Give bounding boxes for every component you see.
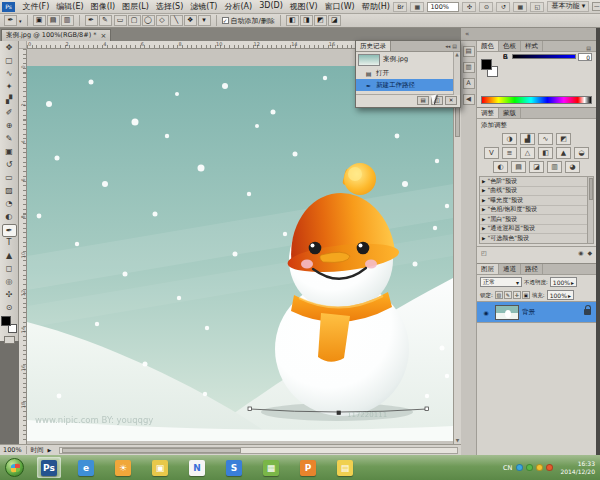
- foreground-color-swatch[interactable]: [1, 316, 11, 326]
- return-to-adjustment-list-icon[interactable]: ◰: [481, 249, 487, 256]
- layer-thumbnail[interactable]: [495, 305, 519, 320]
- menu-item[interactable]: 图层(L): [119, 1, 153, 12]
- collapsed-paragraph-panel-icon[interactable]: ◀: [463, 94, 475, 105]
- color-balance-adjustment[interactable]: △: [520, 147, 535, 159]
- snowman-image[interactable]: www.nipic.com BY: youqqgy 117220111: [27, 66, 453, 441]
- paths-button[interactable]: ▤: [47, 15, 60, 26]
- taskbar-sticky-notes-button[interactable]: ▤: [333, 457, 357, 478]
- rectangle-shape-button[interactable]: ▭: [114, 15, 127, 26]
- panel-tab[interactable]: 样式: [521, 41, 543, 51]
- taskbar-ie-button[interactable]: e: [74, 457, 98, 478]
- disclosure-triangle-icon[interactable]: ▶: [482, 179, 485, 184]
- panel-menu-icon[interactable]: ▤: [452, 43, 457, 49]
- menu-item[interactable]: 选择(S): [152, 1, 186, 12]
- color-swatches[interactable]: [1, 316, 17, 333]
- reset-adjustment-icon[interactable]: ◆: [587, 249, 592, 256]
- language-indicator[interactable]: CN: [503, 464, 512, 472]
- history-state-row[interactable]: ▤ 打开: [356, 67, 454, 79]
- scroll-down-icon[interactable]: ▼: [454, 438, 461, 443]
- marquee-tool[interactable]: ▢: [2, 55, 17, 68]
- collapse-panel-icon[interactable]: ◂◂: [445, 43, 450, 49]
- curves-adjustment[interactable]: ∿: [538, 133, 553, 145]
- history-state-row[interactable]: ✒ 新建工作路径: [356, 79, 454, 91]
- panel-tab[interactable]: 蒙版: [499, 108, 521, 118]
- channel-slider[interactable]: [512, 54, 576, 59]
- fill-pixels-button[interactable]: ▥: [61, 15, 74, 26]
- arrange-documents-button[interactable]: ▦: [513, 2, 527, 12]
- pen-tool-button[interactable]: ✒: [85, 15, 98, 26]
- path-selection-tool[interactable]: ▲: [2, 250, 17, 263]
- presets-scrollbar[interactable]: [587, 177, 593, 243]
- shape-options-caret[interactable]: ▾: [198, 15, 211, 26]
- path-exclude-button[interactable]: ◪: [328, 15, 341, 26]
- scroll-up-icon[interactable]: ▲: [455, 52, 458, 57]
- document-tab[interactable]: 案例.jpg @ 100%(RGB/8#) * ×: [1, 29, 111, 41]
- vibrance-adjustment[interactable]: V: [484, 147, 499, 159]
- gradient-map-adjustment[interactable]: ▥: [547, 161, 562, 173]
- history-brush-tool[interactable]: ↺: [2, 159, 17, 172]
- zoom-tool-button[interactable]: ⊙: [479, 2, 493, 12]
- panel-menu-icon[interactable]: ▤: [586, 43, 594, 51]
- collapsed-panel-info-icon[interactable]: ▥: [463, 62, 475, 73]
- dodge-tool[interactable]: ◐: [2, 211, 17, 224]
- path-subtract-button[interactable]: ◨: [300, 15, 313, 26]
- polygon-shape-button[interactable]: ◇: [156, 15, 169, 26]
- rotate-view-button[interactable]: ↺: [496, 2, 510, 12]
- hand-tool-button[interactable]: ✣: [462, 2, 476, 12]
- start-button[interactable]: [5, 458, 24, 477]
- color-spectrum-ramp[interactable]: [481, 96, 592, 104]
- channel-mixer-adjustment[interactable]: ◒: [574, 147, 589, 159]
- scrollbar-thumb[interactable]: [589, 178, 593, 200]
- brightness-contrast-adjustment[interactable]: ◑: [502, 133, 517, 145]
- panel-tab[interactable]: 通道: [499, 264, 521, 274]
- layer-row[interactable]: ◉ 背景: [477, 302, 596, 322]
- taskbar-sogou-button[interactable]: S: [222, 457, 246, 478]
- menu-item[interactable]: 编辑(E): [53, 1, 87, 12]
- panel-tab[interactable]: 色板: [499, 41, 521, 51]
- disclosure-triangle-icon[interactable]: ▶: [482, 236, 485, 241]
- menu-item[interactable]: 3D(D): [256, 1, 287, 12]
- collapsed-panel-navigator-icon[interactable]: ▤: [463, 46, 475, 57]
- clone-stamp-tool[interactable]: ▣: [2, 146, 17, 159]
- menu-item[interactable]: 图像(I): [87, 1, 119, 12]
- menu-item[interactable]: 视图(V): [286, 1, 321, 12]
- preset-row[interactable]: ▶ "可选颜色"预设: [480, 234, 590, 244]
- blur-tool[interactable]: ◔: [2, 198, 17, 211]
- eyedropper-tool[interactable]: ✐: [2, 107, 17, 120]
- horizontal-scrollbar[interactable]: [59, 447, 458, 454]
- lock-position-icon[interactable]: ✛: [513, 291, 521, 299]
- menu-item[interactable]: 窗口(W): [321, 1, 358, 12]
- menu-item[interactable]: 分析(A): [221, 1, 256, 12]
- brush-tool[interactable]: ✎: [2, 133, 17, 146]
- status-info-label[interactable]: 时间: [31, 446, 44, 455]
- vertical-scrollbar[interactable]: ▲ ▼: [453, 49, 461, 444]
- disclosure-triangle-icon[interactable]: ▶: [482, 198, 485, 203]
- quick-mask-button[interactable]: [4, 336, 15, 344]
- preset-row[interactable]: ▶ "曝光度"预设: [480, 196, 590, 206]
- crop-tool[interactable]: ▞: [2, 94, 17, 107]
- taskbar-folder-button[interactable]: ▣: [148, 457, 172, 478]
- delete-state-button[interactable]: ✕: [445, 96, 457, 105]
- blend-mode-select[interactable]: 正常 ▾: [480, 277, 522, 287]
- disclosure-triangle-icon[interactable]: ▶: [482, 226, 485, 231]
- status-zoom-value[interactable]: 100%: [3, 446, 22, 454]
- lock-all-icon[interactable]: ▣: [522, 291, 530, 299]
- fill-value[interactable]: 100% ▸: [547, 290, 574, 300]
- gradient-tool[interactable]: ▨: [2, 185, 17, 198]
- photo-filter-adjustment[interactable]: ▲: [556, 147, 571, 159]
- pen-tool[interactable]: ✒: [2, 224, 17, 237]
- vertical-ruler[interactable]: 024681012141618: [19, 49, 27, 444]
- preset-row[interactable]: ▶ "曲线"预设: [480, 187, 590, 197]
- lock-pixels-icon[interactable]: ✎: [504, 291, 512, 299]
- current-tool-icon[interactable]: ✒: [4, 15, 17, 26]
- healing-brush-tool[interactable]: ⊕: [2, 120, 17, 133]
- zoom-level-box[interactable]: 100%: [427, 2, 459, 12]
- tab-history[interactable]: 历史记录: [356, 41, 391, 51]
- tray-icon[interactable]: [546, 464, 553, 471]
- auto-add-delete-checkbox[interactable]: ✓: [222, 17, 229, 24]
- taskbar-notes-app-button[interactable]: N: [185, 457, 209, 478]
- menu-item[interactable]: 滤镜(T): [187, 1, 221, 12]
- quick-selection-tool[interactable]: ✦: [2, 81, 17, 94]
- threshold-adjustment[interactable]: ◪: [529, 161, 544, 173]
- black-white-adjustment[interactable]: ◧: [538, 147, 553, 159]
